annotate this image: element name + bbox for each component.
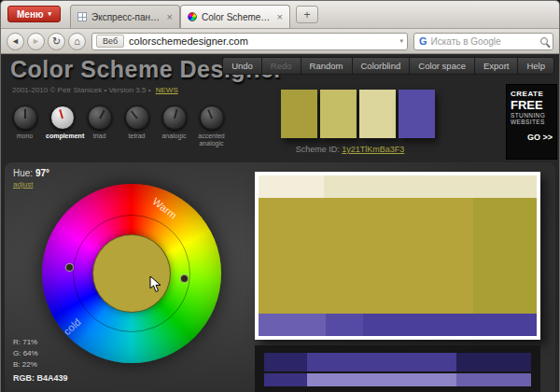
adjust-link[interactable]: adjust — [13, 180, 33, 189]
scheme-preview-light[interactable] — [255, 172, 540, 340]
menu-random[interactable]: Random — [301, 57, 352, 75]
copyright-text: 2001-2010 © Petr Stanicek • Version 3.5 … — [12, 86, 150, 94]
dial-needle — [174, 109, 178, 119]
ad-line: WEBSITES — [511, 119, 553, 125]
scheme-swatches — [281, 90, 435, 138]
rgb-g: G: 64% — [13, 348, 68, 359]
address-bar[interactable]: Веб ▾ — [91, 33, 408, 50]
mode-analogic[interactable]: analogic — [158, 105, 190, 147]
mono-dial-icon — [13, 105, 37, 130]
swatch-light[interactable] — [320, 90, 357, 138]
reload-button[interactable]: ↻ — [48, 33, 65, 50]
dial-needle — [24, 109, 26, 119]
navigation-toolbar: ◄ ► ↻ ⌂ Веб ▾ G — [1, 29, 559, 54]
menu-colorblind[interactable]: Colorblind — [352, 57, 410, 75]
tab-close-icon[interactable]: × — [277, 12, 283, 22]
search-icon[interactable] — [540, 37, 548, 45]
search-bar[interactable]: G — [413, 33, 553, 50]
color-wheel-favicon — [188, 12, 197, 21]
swatch-complement[interactable] — [399, 90, 435, 138]
scheme-id-line: Scheme ID: 1y21TlKmBa3F3 — [270, 145, 430, 154]
rgb-r: R: 71% — [13, 337, 68, 348]
preview-light-page — [259, 175, 537, 336]
dark-preview-block — [264, 373, 307, 386]
mode-label: accented analogic — [195, 133, 228, 147]
dial-needle — [59, 109, 63, 119]
web-badge[interactable]: Веб — [96, 35, 124, 48]
preview-footer-left-block — [259, 314, 326, 336]
page-content: Color Scheme Designer 2001-2010 © Petr S… — [1, 55, 559, 392]
menu-help[interactable]: Help — [517, 57, 554, 75]
speed-dial-icon — [77, 12, 87, 21]
analogic-dial-icon — [162, 105, 187, 130]
home-button[interactable]: ⌂ — [68, 33, 86, 50]
dial-needle — [99, 110, 105, 119]
swatch-primary[interactable] — [281, 90, 317, 138]
warm-label: Warm — [150, 195, 178, 220]
menu-export[interactable]: Export — [474, 57, 517, 75]
designer-panel: Hue: 97° adjust Warm cold R: 71% G: 64% — [5, 162, 555, 392]
scheme-mode-row: mono complement triad tetrad analogic ac… — [8, 105, 228, 147]
hue-readout: Hue: 97° — [13, 168, 49, 178]
preview-right-column — [473, 198, 537, 314]
tab-color-scheme-designer[interactable]: Color Scheme Designe... × — [180, 5, 290, 28]
chevron-down-icon: ▾ — [48, 10, 51, 18]
mouse-cursor-icon — [149, 275, 161, 297]
new-tab-button[interactable]: + — [296, 6, 318, 23]
rgb-hex: RGB: B4A439 — [13, 372, 68, 385]
hue-marker-secondary[interactable] — [65, 263, 74, 272]
mode-mono[interactable]: mono — [8, 105, 41, 147]
mode-tetrad[interactable]: tetrad — [120, 105, 153, 147]
mode-triad[interactable]: triad — [83, 105, 116, 147]
scheme-menu: Undo Redo Random Colorblind Color space … — [222, 57, 554, 75]
scheme-id-label: Scheme ID: — [296, 145, 340, 154]
menu-redo[interactable]: Redo — [261, 57, 301, 75]
tetrad-dial-icon — [125, 105, 149, 130]
mode-accented-analogic[interactable]: accented analogic — [195, 105, 228, 147]
tab-close-icon[interactable]: × — [167, 12, 173, 22]
mode-label: triad — [83, 133, 116, 140]
menu-button-label: Меню — [17, 9, 43, 20]
swatch-pale[interactable] — [359, 90, 396, 138]
ad-line: CREATE — [511, 90, 553, 98]
dark-preview-block — [307, 353, 456, 371]
back-button[interactable]: ◄ — [7, 33, 24, 50]
preview-footer-mid-block — [326, 314, 363, 336]
preview-header-left-block — [259, 175, 324, 198]
color-wheel[interactable]: Warm cold — [42, 184, 221, 363]
address-input[interactable] — [129, 35, 395, 47]
news-link[interactable]: NEWS — [156, 86, 178, 94]
menu-color-space[interactable]: Color space — [409, 57, 474, 75]
forward-button[interactable]: ► — [27, 33, 45, 50]
hue-label: Hue: — [13, 168, 33, 178]
ad-go-link[interactable]: GO >> — [511, 133, 553, 142]
browser-window: Меню ▾ Экспресс-панель × Color Scheme De… — [0, 0, 560, 392]
dark-preview-block — [264, 353, 307, 371]
mode-label: mono — [8, 133, 41, 140]
tab-label: Color Scheme Designe... — [202, 12, 273, 22]
address-dropdown-icon[interactable]: ▾ — [399, 37, 403, 45]
ad-banner[interactable]: CREATE FREE STUNNING WEBSITES GO >> — [506, 84, 557, 160]
triad-dial-icon — [88, 105, 112, 130]
tab-speed-dial[interactable]: Экспресс-панель × — [70, 5, 180, 28]
dark-preview-block — [456, 353, 531, 371]
google-icon: G — [419, 35, 427, 47]
complement-dial-icon — [50, 105, 75, 130]
tab-bar: Меню ▾ Экспресс-панель × Color Scheme De… — [1, 1, 559, 29]
mode-label: tetrad — [120, 133, 153, 140]
menu-undo[interactable]: Undo — [222, 57, 261, 75]
scheme-id-link[interactable]: 1y21TlKmBa3F3 — [342, 145, 404, 154]
accented-analogic-dial-icon — [200, 105, 224, 130]
scheme-preview-dark[interactable] — [255, 345, 540, 392]
rgb-hex-value: B4A439 — [37, 373, 68, 383]
mode-complement[interactable]: complement — [46, 105, 78, 147]
hue-value: 97° — [35, 168, 49, 178]
mode-label: analogic — [158, 133, 190, 140]
dark-preview-block — [456, 373, 531, 386]
hue-marker-primary[interactable] — [180, 274, 189, 283]
dial-needle — [207, 109, 213, 119]
rgb-readout: R: 71% G: 64% B: 22% RGB: B4A439 — [13, 337, 68, 385]
search-input[interactable] — [431, 36, 537, 47]
rgb-b: B: 22% — [13, 359, 68, 371]
opera-menu-button[interactable]: Меню ▾ — [7, 6, 61, 22]
